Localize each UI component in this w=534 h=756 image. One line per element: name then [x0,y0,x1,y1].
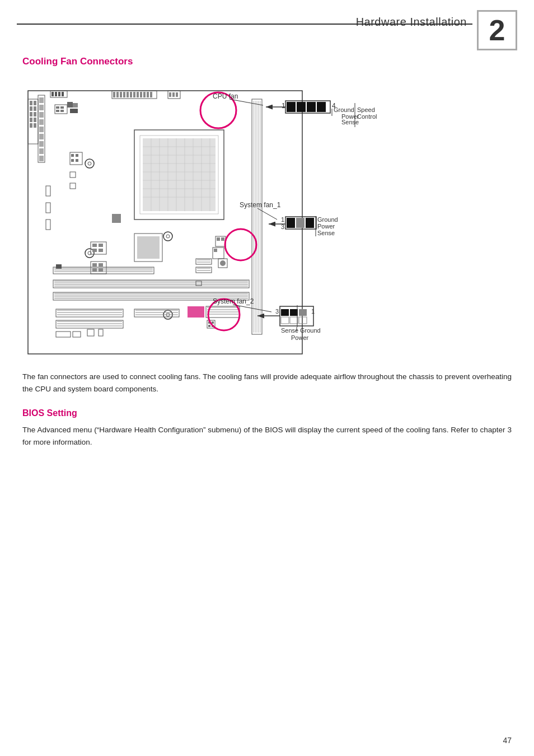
page-header: Hardware Installation 2 [0,0,534,50]
svg-rect-30 [56,110,59,112]
svg-rect-211 [46,186,50,196]
svg-rect-41 [130,92,132,97]
svg-rect-56 [297,102,306,112]
svg-text:Ground: Ground [317,216,338,223]
svg-rect-182 [306,218,314,228]
chapter-number-box: 2 [477,10,517,50]
svg-rect-3 [30,106,32,111]
chapter-number: 2 [489,13,505,47]
svg-rect-112 [137,236,160,259]
svg-text:1: 1 [281,216,284,223]
svg-point-151 [220,260,226,266]
svg-rect-148 [87,329,94,336]
svg-rect-105 [76,154,78,157]
svg-rect-10 [34,118,36,122]
svg-rect-58 [317,102,326,112]
svg-rect-17 [39,127,44,132]
header-line [17,24,472,25]
svg-rect-9 [34,112,36,116]
svg-text:Sense: Sense [341,119,359,125]
svg-rect-34 [67,102,73,108]
svg-rect-16 [39,119,44,125]
svg-point-100 [166,235,170,238]
svg-rect-196 [299,309,307,316]
svg-rect-13 [39,97,44,103]
svg-point-96 [88,162,91,165]
svg-rect-50 [169,92,171,97]
svg-rect-40 [127,92,129,97]
svg-rect-79 [143,138,216,211]
svg-rect-212 [46,203,50,213]
svg-rect-51 [172,92,175,97]
svg-rect-214 [56,264,62,269]
svg-rect-18 [39,134,44,139]
svg-rect-4 [30,112,32,116]
svg-rect-158 [92,263,97,267]
page-number: 47 [503,736,512,745]
svg-text:Power: Power [317,223,335,230]
motherboard-diagram: 1 4 CPU fan Ground Speed Control Power S… [22,74,509,371]
svg-rect-135 [188,306,204,318]
svg-text:1: 1 [311,308,315,315]
svg-text:Speed: Speed [357,106,375,113]
svg-rect-144 [208,325,210,327]
svg-rect-104 [71,154,74,157]
bios-setting-description: The Advanced menu (“Hardware Health Conf… [22,424,512,449]
svg-text:Power: Power [291,334,309,341]
svg-rect-6 [30,123,32,128]
svg-rect-153 [92,244,97,247]
svg-rect-38 [120,92,122,97]
svg-rect-36 [113,92,115,97]
svg-rect-44 [137,92,139,97]
svg-rect-167 [217,237,220,241]
svg-rect-21 [39,156,44,161]
svg-rect-27 [55,105,67,114]
svg-text:Control: Control [357,113,377,120]
svg-rect-197 [281,317,289,324]
svg-rect-37 [116,92,119,97]
svg-rect-154 [99,244,103,247]
svg-rect-39 [123,92,125,97]
svg-rect-168 [221,237,224,241]
cooling-fan-section: Cooling Fan Connectors [22,56,512,396]
svg-rect-26 [62,92,64,96]
svg-rect-2 [30,101,32,105]
svg-rect-24 [55,92,57,96]
svg-rect-46 [143,92,146,97]
svg-text:Ground: Ground [300,327,321,334]
svg-rect-14 [39,105,44,110]
svg-rect-147 [73,332,81,337]
svg-point-99 [163,232,172,241]
svg-text:Sense: Sense [281,327,298,334]
svg-rect-198 [290,317,298,324]
svg-rect-5 [30,118,32,122]
svg-text:3: 3 [281,223,284,230]
bios-setting-title: BIOS Setting [22,408,512,418]
svg-rect-180 [287,218,295,228]
cooling-fan-description: The fan connectors are used to connect c… [22,371,512,396]
svg-rect-23 [51,92,54,96]
svg-rect-199 [299,317,307,324]
svg-rect-20 [39,148,44,154]
svg-rect-156 [99,249,103,252]
svg-text:Ground: Ground [334,106,354,113]
svg-rect-19 [39,141,44,147]
svg-rect-106 [71,159,74,162]
svg-rect-110 [112,214,121,223]
svg-rect-195 [290,309,298,316]
svg-rect-15 [39,112,44,118]
svg-rect-47 [147,92,149,97]
svg-text:System fan_2: System fan_2 [213,297,254,305]
svg-text:CPU fan: CPU fan [213,92,238,100]
cooling-fan-title: Cooling Fan Connectors [22,56,512,67]
chapter-title: Hardware Installation [356,16,467,29]
svg-rect-143 [212,321,214,324]
svg-text:Sense: Sense [317,230,335,236]
main-content: Cooling Fan Connectors [0,50,534,478]
svg-rect-29 [60,106,64,109]
svg-rect-52 [176,92,178,97]
svg-rect-55 [287,102,296,112]
svg-rect-155 [92,249,97,252]
svg-text:1: 1 [282,102,285,110]
svg-rect-31 [60,110,64,112]
